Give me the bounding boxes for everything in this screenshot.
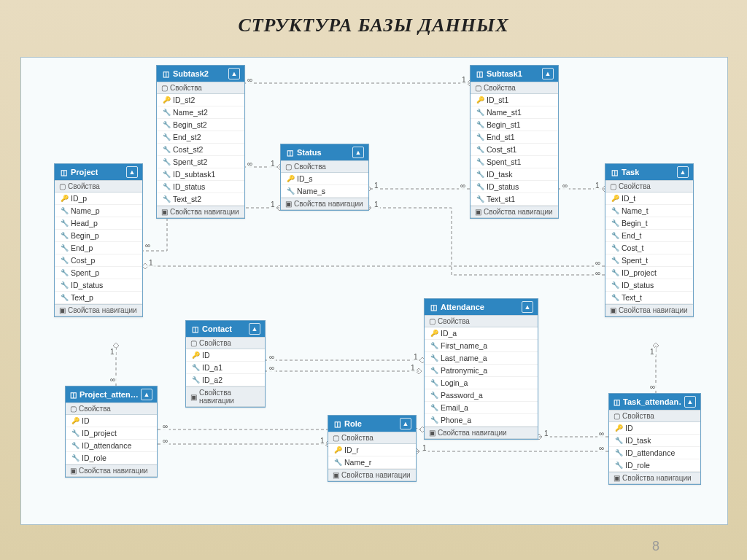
nav-properties-section[interactable]: ▣Свойства навигации <box>471 206 558 218</box>
field-row[interactable]: 🔧End_p <box>55 242 142 254</box>
field-row[interactable]: 🔧Text_st2 <box>157 193 244 206</box>
field-row[interactable]: 🔧Name_t <box>605 205 693 217</box>
field-row[interactable]: 🔧Spent_p <box>55 267 142 279</box>
field-row[interactable]: 🔧ID_attendance <box>609 447 700 459</box>
collapse-icon[interactable]: ▲ <box>400 418 411 429</box>
field-row[interactable]: 🔑ID_st1 <box>471 94 558 106</box>
field-row[interactable]: 🔧Name_s <box>281 185 368 198</box>
field-row[interactable]: 🔧Cost_st1 <box>471 144 558 156</box>
field-row[interactable]: 🔧ID_project <box>66 427 157 440</box>
entity-header[interactable]: ◫Subtask1▲ <box>471 66 558 82</box>
collapse-icon[interactable]: ▲ <box>542 68 554 79</box>
field-row[interactable]: 🔧Text_st1 <box>471 193 558 206</box>
collapse-icon[interactable]: ▲ <box>684 396 696 408</box>
properties-section[interactable]: ▢Свойства <box>66 402 157 415</box>
properties-section[interactable]: ▢Свойства <box>157 82 244 94</box>
properties-section[interactable]: ▢Свойства <box>55 180 142 192</box>
entity-task-attendan[interactable]: ◫Task_attendan…▲▢Свойства🔑ID🔧ID_task🔧ID_… <box>608 393 701 485</box>
entity-header[interactable]: ◫Subtask2▲ <box>157 66 244 82</box>
entity-header[interactable]: ◫Role▲ <box>328 416 416 432</box>
field-row[interactable]: 🔧Text_t <box>605 292 693 304</box>
field-row[interactable]: 🔧ID_status <box>157 181 244 193</box>
entity-header[interactable]: ◫Task_attendan…▲ <box>609 394 700 410</box>
field-row[interactable]: 🔧Name_st2 <box>157 106 244 119</box>
entity-attendance[interactable]: ◫Attendance▲▢Свойства🔑ID_a🔧First_name_a🔧… <box>424 298 538 440</box>
field-row[interactable]: 🔧First_name_a <box>425 340 538 352</box>
field-row[interactable]: 🔧Spent_st1 <box>471 156 558 168</box>
field-row[interactable]: 🔑ID_s <box>281 173 368 185</box>
field-row[interactable]: 🔧Name_p <box>55 205 142 217</box>
entity-subtask2[interactable]: ◫Subtask2▲▢Свойства🔑ID_st2🔧Name_st2🔧Begi… <box>156 65 245 219</box>
field-row[interactable]: 🔧ID_role <box>66 452 157 464</box>
field-row[interactable]: 🔧Begin_st1 <box>471 119 558 131</box>
properties-section[interactable]: ▢Свойства <box>281 160 368 173</box>
properties-section[interactable]: ▢Свойства <box>425 315 538 327</box>
nav-properties-section[interactable]: ▣Свойства навигации <box>328 469 416 481</box>
entity-header[interactable]: ◫Project▲ <box>55 164 142 180</box>
entity-role[interactable]: ◫Role▲▢Свойства🔑ID_r🔧Name_r▣Свойства нав… <box>328 415 417 482</box>
field-row[interactable]: 🔧ID_a2 <box>186 374 265 386</box>
entity-task[interactable]: ◫Task▲▢Свойства🔑ID_t🔧Name_t🔧Begin_t🔧End_… <box>605 163 694 317</box>
field-row[interactable]: 🔑ID <box>609 422 700 435</box>
field-row[interactable]: 🔧Spent_t <box>605 254 693 267</box>
field-row[interactable]: 🔧Patronymic_a <box>425 365 538 377</box>
field-row[interactable]: 🔧Cost_t <box>605 242 693 254</box>
nav-properties-section[interactable]: ▣Свойства навигации <box>425 427 538 439</box>
field-row[interactable]: 🔧Cost_p <box>55 254 142 267</box>
field-row[interactable]: 🔧End_st2 <box>157 131 244 144</box>
field-row[interactable]: 🔑ID_a <box>425 327 538 340</box>
field-row[interactable]: 🔧Login_a <box>425 377 538 389</box>
entity-header[interactable]: ◫Attendance▲ <box>425 299 538 315</box>
field-row[interactable]: 🔧Cost_st2 <box>157 144 244 156</box>
field-row[interactable]: 🔧Name_st1 <box>471 106 558 119</box>
entity-contact[interactable]: ◫Contact▲▢Свойства🔑ID🔧ID_a1🔧ID_a2▣Свойст… <box>185 320 266 408</box>
field-row[interactable]: 🔧ID_status <box>471 181 558 193</box>
collapse-icon[interactable]: ▲ <box>677 166 689 178</box>
entity-header[interactable]: ◫Status▲ <box>281 144 368 160</box>
field-row[interactable]: 🔧Phone_a <box>425 414 538 427</box>
collapse-icon[interactable]: ▲ <box>352 147 364 158</box>
properties-section[interactable]: ▢Свойства <box>609 410 700 422</box>
field-row[interactable]: 🔑ID_p <box>55 192 142 205</box>
field-row[interactable]: 🔧ID_a1 <box>186 362 265 374</box>
nav-properties-section[interactable]: ▣Свойства навигации <box>55 304 142 316</box>
field-row[interactable]: 🔧End_st1 <box>471 131 558 144</box>
nav-properties-section[interactable]: ▣Свойства навигации <box>186 386 265 407</box>
field-row[interactable]: 🔧ID_project <box>605 267 693 279</box>
entity-project-atten[interactable]: ◫Project_atten…▲▢Свойства🔑ID🔧ID_project🔧… <box>65 386 158 478</box>
entity-header[interactable]: ◫Contact▲ <box>186 321 265 337</box>
nav-properties-section[interactable]: ▣Свойства навигации <box>66 464 157 477</box>
field-row[interactable]: 🔧Begin_t <box>605 217 693 230</box>
field-row[interactable]: 🔧End_t <box>605 230 693 242</box>
nav-properties-section[interactable]: ▣Свойства навигации <box>281 198 368 210</box>
field-row[interactable]: 🔧ID_task <box>471 168 558 181</box>
field-row[interactable]: 🔑ID_t <box>605 192 693 205</box>
field-row[interactable]: 🔧Text_p <box>55 292 142 304</box>
collapse-icon[interactable]: ▲ <box>141 389 152 400</box>
field-row[interactable]: 🔧Name_r <box>328 456 416 469</box>
properties-section[interactable]: ▢Свойства <box>186 337 265 349</box>
collapse-icon[interactable]: ▲ <box>522 301 533 313</box>
field-row[interactable]: 🔑ID_r <box>328 444 416 456</box>
field-row[interactable]: 🔧ID_role <box>609 459 700 472</box>
field-row[interactable]: 🔑ID_st2 <box>157 94 244 106</box>
field-row[interactable]: 🔧ID_task <box>609 435 700 447</box>
field-row[interactable]: 🔧ID_subtask1 <box>157 168 244 181</box>
collapse-icon[interactable]: ▲ <box>228 68 240 79</box>
field-row[interactable]: 🔧ID_status <box>55 279 142 292</box>
entity-subtask1[interactable]: ◫Subtask1▲▢Свойства🔑ID_st1🔧Name_st1🔧Begi… <box>470 65 559 219</box>
collapse-icon[interactable]: ▲ <box>126 166 138 178</box>
field-row[interactable]: 🔧Spent_st2 <box>157 156 244 168</box>
entity-project[interactable]: ◫Project▲▢Свойства🔑ID_p🔧Name_p🔧Head_p🔧Be… <box>54 163 143 317</box>
field-row[interactable]: 🔑ID <box>186 349 265 362</box>
field-row[interactable]: 🔧Password_a <box>425 389 538 402</box>
entity-status[interactable]: ◫Status▲▢Свойства🔑ID_s🔧Name_s▣Свойства н… <box>280 144 369 211</box>
field-row[interactable]: 🔧Email_a <box>425 402 538 414</box>
collapse-icon[interactable]: ▲ <box>249 323 260 335</box>
properties-section[interactable]: ▢Свойства <box>328 432 416 444</box>
field-row[interactable]: 🔧Head_p <box>55 217 142 230</box>
field-row[interactable]: 🔧ID_status <box>605 279 693 292</box>
field-row[interactable]: 🔧Last_name_a <box>425 352 538 365</box>
properties-section[interactable]: ▢Свойства <box>605 180 693 192</box>
field-row[interactable]: 🔧Begin_st2 <box>157 119 244 131</box>
